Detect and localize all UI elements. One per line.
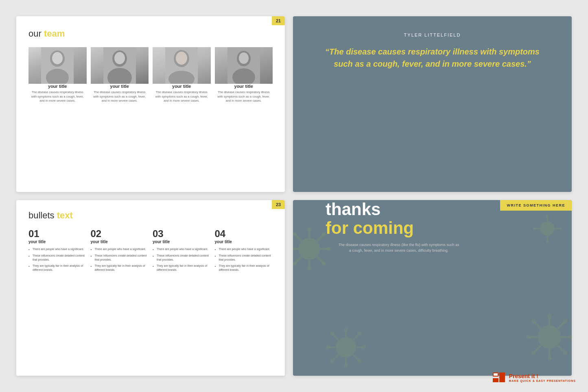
member-title-3: your title xyxy=(153,84,211,89)
col-title-4: your title xyxy=(215,240,273,244)
svg-point-33 xyxy=(540,221,554,235)
svg-point-65 xyxy=(526,335,530,339)
svg-point-37 xyxy=(546,240,549,243)
svg-line-74 xyxy=(558,346,564,352)
quote-author: TYLER LITTELFIELD xyxy=(404,33,461,37)
virus-decoration-3 xyxy=(326,327,366,368)
slide-bullets-title: bullets text xyxy=(28,210,273,221)
svg-point-32 xyxy=(322,261,326,266)
svg-line-57 xyxy=(353,355,359,360)
bullet-1-2: These influencers create detailed conten… xyxy=(28,254,87,262)
svg-point-15 xyxy=(239,52,249,64)
svg-point-50 xyxy=(362,345,366,349)
svg-rect-77 xyxy=(493,378,498,382)
svg-line-53 xyxy=(353,334,359,340)
col-number-4: 04 xyxy=(215,229,273,239)
slide-team-title-highlight: team xyxy=(44,28,65,39)
bullets-title-regular: bullets xyxy=(28,210,57,220)
slide-team-title: our team xyxy=(28,28,273,39)
team-member-2: your title The disease causes respirator… xyxy=(91,47,149,103)
member-desc-3: The disease causes respiratory illness w… xyxy=(153,90,211,103)
col-number-1: 01 xyxy=(28,229,87,239)
svg-line-51 xyxy=(333,334,339,340)
bullet-col-4: 04 your title There are people who have … xyxy=(215,229,273,274)
svg-line-27 xyxy=(317,235,323,241)
svg-point-3 xyxy=(52,52,63,64)
brand-text-block: Present it ! MAKE QUICK & EASY PRESENTAT… xyxy=(509,373,576,382)
bullet-2-3: They are typically fair in their analysi… xyxy=(91,264,149,272)
col-number-2: 02 xyxy=(91,229,149,239)
svg-point-20 xyxy=(307,266,311,270)
svg-point-41 xyxy=(559,227,562,230)
brand-name: Present it ! xyxy=(509,373,576,379)
col-title-1: your title xyxy=(28,240,87,244)
svg-line-70 xyxy=(558,322,564,329)
thanks-desc: The disease causes respiratory illness (… xyxy=(338,242,460,253)
member-desc-1: The disease causes respiratory illness w… xyxy=(28,90,87,103)
svg-point-24 xyxy=(327,247,331,251)
slide-bullets-content: 23 bullets text 01 your title There are … xyxy=(16,200,285,283)
bullet-4-1: There are people who have a significant. xyxy=(215,247,273,251)
svg-point-48 xyxy=(326,345,330,349)
virus-decoration-2 xyxy=(531,212,564,245)
team-photo-3 xyxy=(153,47,211,84)
svg-point-42 xyxy=(336,337,356,357)
member-title-1: your title xyxy=(28,84,87,89)
slide-thanks: WRITE SOMETHING HERE xyxy=(293,200,572,376)
svg-point-56 xyxy=(330,359,334,363)
bullet-3-2: These influencers create detailed conten… xyxy=(153,254,211,262)
bullet-col-1: 01 your title There are people who have … xyxy=(28,229,87,274)
virus-decoration-1 xyxy=(293,224,334,273)
bullet-2-1: There are people who have a significant. xyxy=(91,247,149,251)
svg-point-7 xyxy=(114,52,125,64)
bullet-col-3: 03 your title There are people who have … xyxy=(153,229,211,274)
bullets-grid: 01 your title There are people who have … xyxy=(28,229,273,274)
svg-rect-78 xyxy=(499,372,505,382)
brand-logo-icon xyxy=(493,371,506,384)
svg-point-69 xyxy=(531,319,536,323)
bullet-1-3: They are typically fair in their analysi… xyxy=(28,264,87,272)
member-title-4: your title xyxy=(215,84,273,89)
svg-point-75 xyxy=(563,351,567,355)
col-title-2: your title xyxy=(91,240,149,244)
team-photo-2 xyxy=(91,47,149,84)
team-member-3: your title The disease causes respirator… xyxy=(153,47,211,103)
svg-point-28 xyxy=(322,232,326,236)
svg-point-44 xyxy=(344,327,348,331)
bullet-col-2: 02 your title There are people who have … xyxy=(91,229,149,274)
svg-rect-79 xyxy=(494,373,498,376)
svg-point-18 xyxy=(307,227,311,231)
svg-point-71 xyxy=(563,319,567,323)
member-desc-2: The disease causes respiratory illness w… xyxy=(91,90,149,103)
svg-point-59 xyxy=(538,325,561,348)
svg-point-11 xyxy=(176,52,187,65)
team-photo-4 xyxy=(215,47,273,84)
quote-text: “The disease causes respiratory illness … xyxy=(317,46,547,70)
virus-decoration-4 xyxy=(523,311,572,364)
svg-point-58 xyxy=(358,359,362,363)
col-number-3: 03 xyxy=(153,229,211,239)
member-desc-4: The disease causes respiratory illness w… xyxy=(215,90,273,103)
bullets-title-highlight: text xyxy=(57,210,73,220)
slide-quote: TYLER LITTELFIELD “The disease causes re… xyxy=(293,16,572,192)
svg-point-54 xyxy=(358,331,362,335)
slide-quote-content: TYLER LITTELFIELD “The disease causes re… xyxy=(293,16,572,86)
svg-point-39 xyxy=(533,227,536,230)
svg-point-52 xyxy=(330,331,334,335)
bullet-3-3: They are typically fair in their analysi… xyxy=(153,264,211,272)
svg-point-16 xyxy=(299,238,320,260)
svg-point-46 xyxy=(344,363,348,367)
team-photo-1 xyxy=(28,47,87,84)
branding: Present it ! MAKE QUICK & EASY PRESENTAT… xyxy=(493,371,576,384)
svg-line-25 xyxy=(295,235,301,241)
bullet-4-2: These influencers create detailed conten… xyxy=(215,254,273,262)
slide-number-1: 21 xyxy=(272,16,285,25)
write-something-badge: WRITE SOMETHING HERE xyxy=(500,200,572,211)
svg-point-61 xyxy=(547,314,551,318)
slide-bullets: 23 bullets text 01 your title There are … xyxy=(16,200,285,376)
bullet-3-1: There are people who have a significant. xyxy=(153,247,211,251)
team-grid: your title The disease causes respirator… xyxy=(28,47,273,103)
team-member-1: your title The disease causes respirator… xyxy=(28,47,87,103)
svg-line-72 xyxy=(535,346,541,352)
brand-tagline: MAKE QUICK & EASY PRESENTATIONS xyxy=(509,379,576,382)
